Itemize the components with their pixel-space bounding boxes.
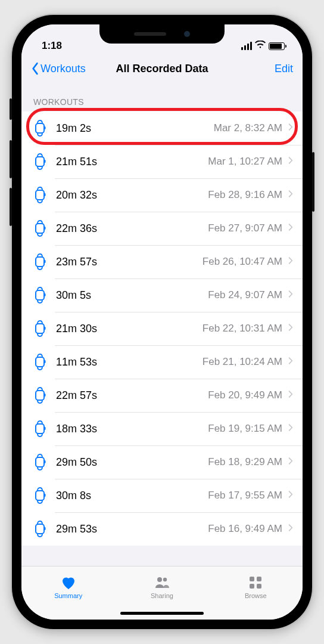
workout-duration: 21m 30s (56, 323, 97, 335)
home-indicator[interactable] (120, 612, 204, 615)
svg-rect-24 (36, 524, 44, 534)
svg-rect-30 (250, 584, 254, 589)
back-button[interactable]: Workouts (31, 62, 86, 75)
watch-icon (32, 319, 48, 338)
svg-rect-6 (36, 224, 44, 233)
workout-duration: 20m 32s (56, 189, 97, 202)
svg-rect-15 (45, 360, 46, 363)
svg-rect-29 (257, 577, 261, 581)
workout-duration: 30m 8s (56, 490, 91, 502)
svg-rect-9 (45, 260, 46, 263)
svg-rect-14 (36, 357, 44, 367)
watch-icon (32, 219, 48, 238)
phone-frame: 1:18 Workouts All Recorded Data Edit (12, 15, 312, 629)
power-button (312, 152, 314, 212)
workout-row[interactable]: 30m 5sFeb 24, 9:07 AM (21, 278, 303, 312)
workout-date: Feb 28, 9:16 AM (208, 189, 282, 201)
svg-rect-17 (45, 394, 46, 397)
status-time: 1:18 (42, 40, 62, 52)
workout-row[interactable]: 20m 32sFeb 28, 9:16 AM (21, 178, 303, 212)
watch-icon (32, 152, 48, 171)
chevron-right-icon (288, 524, 293, 534)
svg-rect-31 (257, 584, 261, 589)
chevron-right-icon (288, 423, 293, 434)
content-area[interactable]: WORKOUTS 19m 2sMar 2, 8:32 AM21m 51sMar … (21, 84, 303, 566)
watch-icon (32, 352, 48, 371)
chevron-right-icon (288, 390, 293, 401)
svg-rect-20 (36, 457, 44, 467)
svg-rect-13 (45, 327, 46, 330)
svg-rect-11 (45, 293, 46, 296)
svg-rect-21 (45, 460, 46, 463)
svg-rect-8 (36, 257, 44, 267)
svg-rect-12 (36, 324, 44, 333)
cellular-icon (241, 42, 252, 50)
workout-row[interactable]: 11m 53sFeb 21, 10:24 AM (21, 345, 303, 379)
chevron-right-icon (288, 290, 293, 301)
svg-rect-10 (36, 290, 44, 300)
workout-date: Feb 19, 9:15 AM (208, 423, 282, 435)
svg-rect-28 (250, 577, 254, 581)
section-header: WORKOUTS (21, 84, 303, 112)
chevron-right-icon (288, 223, 293, 234)
edit-button[interactable]: Edit (275, 63, 293, 75)
svg-rect-7 (45, 227, 46, 230)
workout-date: Feb 18, 9:29 AM (208, 456, 282, 468)
svg-rect-0 (36, 123, 44, 133)
chevron-right-icon (288, 490, 293, 501)
watch-icon (32, 286, 48, 305)
workout-date: Feb 26, 10:47 AM (202, 256, 282, 268)
watch-icon (32, 386, 48, 405)
watch-icon (32, 453, 48, 472)
workout-date: Feb 24, 9:07 AM (208, 289, 282, 301)
workout-row[interactable]: 21m 30sFeb 22, 10:31 AM (21, 312, 303, 345)
workout-duration: 21m 51s (56, 156, 97, 168)
mute-switch (10, 98, 12, 120)
workout-row[interactable]: 23m 57sFeb 26, 10:47 AM (21, 245, 303, 278)
workout-duration: 22m 36s (56, 222, 97, 235)
chevron-right-icon (288, 457, 293, 467)
tab-label: Browse (245, 592, 267, 599)
watch-icon (32, 419, 48, 438)
chevron-right-icon (288, 357, 293, 367)
chevron-right-icon (288, 323, 293, 334)
workout-duration: 22m 57s (56, 389, 97, 402)
tab-label: Summary (54, 592, 82, 599)
workout-row[interactable]: 18m 33sFeb 19, 9:15 AM (21, 412, 303, 445)
workout-row[interactable]: 30m 8sFeb 17, 9:55 AM (21, 479, 303, 512)
svg-rect-1 (45, 126, 46, 129)
workout-duration: 29m 50s (56, 456, 97, 469)
tab-browse[interactable]: Browse (209, 566, 303, 608)
nav-bar: Workouts All Recorded Data Edit (21, 53, 303, 84)
watch-icon (32, 486, 48, 505)
chevron-right-icon (288, 156, 293, 167)
workout-date: Feb 16, 9:49 AM (208, 523, 282, 535)
volume-down (10, 188, 12, 226)
tab-summary[interactable]: Summary (21, 566, 115, 608)
workout-row[interactable]: 22m 36sFeb 27, 9:07 AM (21, 212, 303, 245)
workout-date: Feb 17, 9:55 AM (208, 490, 282, 501)
back-label: Workouts (40, 63, 86, 75)
svg-rect-2 (36, 157, 44, 166)
notch (99, 24, 225, 44)
workout-row[interactable]: 21m 51sMar 1, 10:27 AM (21, 145, 303, 178)
chevron-right-icon (288, 256, 293, 267)
svg-rect-3 (45, 160, 46, 163)
workout-duration: 23m 57s (56, 256, 97, 268)
tab-sharing[interactable]: Sharing (115, 566, 208, 608)
svg-rect-5 (45, 193, 46, 196)
grid-icon (247, 575, 264, 590)
workout-date: Feb 27, 9:07 AM (208, 222, 282, 234)
watch-icon (32, 185, 48, 205)
workout-row[interactable]: 29m 53sFeb 16, 9:49 AM (21, 512, 303, 546)
workout-row[interactable]: 29m 50sFeb 18, 9:29 AM (21, 445, 303, 479)
workout-row[interactable]: 22m 57sFeb 20, 9:49 AM (21, 379, 303, 412)
workout-row[interactable]: 19m 2sMar 2, 8:32 AM (21, 112, 303, 145)
chevron-right-icon (288, 123, 293, 134)
screen: 1:18 Workouts All Recorded Data Edit (21, 24, 303, 620)
svg-rect-16 (36, 391, 44, 400)
wifi-icon (255, 40, 266, 52)
workout-date: Mar 1, 10:27 AM (208, 156, 282, 168)
volume-up (10, 140, 12, 178)
workout-date: Feb 22, 10:31 AM (202, 323, 282, 335)
